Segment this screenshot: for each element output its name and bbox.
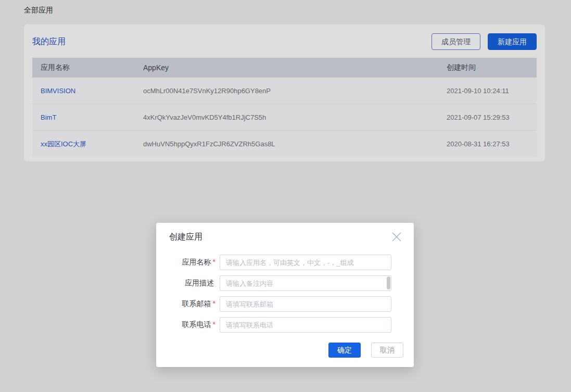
contact-email-input[interactable]: [220, 296, 391, 312]
cancel-button[interactable]: 取消: [371, 343, 403, 358]
form-row-contact-email: 联系邮箱*: [156, 296, 414, 312]
close-x-glyph: [391, 231, 402, 243]
contact-phone-input[interactable]: [220, 317, 391, 333]
field-label: 应用名称*: [156, 258, 220, 267]
app-description-input[interactable]: [220, 275, 391, 291]
required-mark: *: [213, 258, 215, 266]
field-label: 应用描述: [156, 279, 220, 288]
form-row-contact-phone: 联系电话*: [156, 317, 414, 333]
required-mark: *: [213, 320, 215, 328]
field-label: 联系电话*: [156, 320, 220, 330]
confirm-button[interactable]: 确定: [328, 343, 361, 358]
form-row-app-description: 应用描述: [156, 275, 414, 291]
required-mark: *: [213, 299, 215, 308]
field-label: 联系邮箱*: [156, 299, 220, 309]
create-app-form: 应用名称* 应用描述 联系邮箱* 联系电话*: [156, 255, 414, 333]
modal-footer: 确定 取消: [328, 343, 403, 358]
create-app-modal: 创建应用 应用名称* 应用描述 联系邮箱* 联系电话: [156, 223, 414, 367]
modal-title: 创建应用: [169, 232, 202, 243]
form-row-app-name: 应用名称*: [156, 255, 414, 270]
textarea-scrollbar-thumb[interactable]: [387, 276, 390, 289]
close-icon[interactable]: [390, 231, 403, 243]
app-name-input[interactable]: [220, 255, 391, 270]
